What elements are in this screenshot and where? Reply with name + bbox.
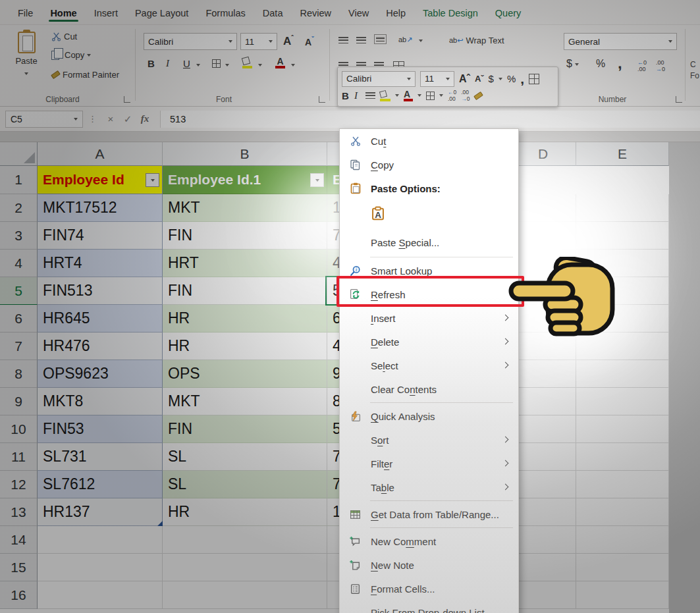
mini-italic-button[interactable]: I	[354, 90, 361, 101]
row-header-13[interactable]: 13	[0, 498, 38, 526]
menu-item-paste-options[interactable]: Paste Options:	[340, 176, 518, 200]
tab-home[interactable]: Home	[41, 2, 85, 23]
insert-function-icon[interactable]: fx	[136, 113, 153, 124]
format-table-icon[interactable]	[529, 74, 539, 84]
cell-A6[interactable]: HR645	[38, 305, 163, 333]
cell-B6[interactable]: HR	[163, 305, 327, 333]
cell-E10[interactable]	[576, 415, 669, 443]
table-resize-handle[interactable]	[157, 521, 163, 526]
comma-style-button[interactable]: ,	[618, 54, 622, 72]
paste-button[interactable]: Paste	[9, 30, 43, 78]
wrap-text-button[interactable]: ab↩ Wrap Text	[449, 36, 504, 45]
tab-query[interactable]: Query	[487, 2, 530, 23]
cell-A10[interactable]: FIN53	[38, 415, 163, 443]
cell-E2[interactable]	[576, 194, 669, 222]
menu-item-get-data-from-table-range[interactable]: Get Data from Table/Range...	[340, 502, 518, 526]
cell-A2[interactable]: MKT17512	[38, 194, 163, 222]
row-header-9[interactable]: 9	[0, 388, 38, 415]
cell-B5[interactable]: FIN	[163, 277, 327, 305]
mini-align-center-icon[interactable]	[365, 92, 375, 99]
font-size-combo[interactable]: 11	[240, 33, 277, 50]
cell-E14[interactable]	[576, 526, 669, 554]
menu-item-delete[interactable]: Delete	[340, 330, 518, 354]
cell-A8[interactable]: OPS9623	[38, 360, 163, 388]
chevron-down-icon[interactable]	[225, 64, 229, 67]
menu-item-quick-analysis[interactable]: Quick Analysis	[340, 404, 518, 428]
cut-button[interactable]: Cut	[51, 32, 77, 41]
copy-button[interactable]: Copy	[51, 50, 91, 60]
increase-decimal-button[interactable]: ←0.00	[637, 59, 647, 72]
row-header-12[interactable]: 12	[0, 471, 38, 498]
menu-item-copy[interactable]: Copy	[340, 153, 518, 176]
table-header-cell-A1[interactable]: Employee Id	[38, 166, 163, 194]
column-header-E[interactable]: E	[576, 142, 669, 166]
orientation-button[interactable]: ab↗	[398, 36, 412, 44]
chevron-down-icon[interactable]	[291, 64, 295, 67]
menu-item-new-note[interactable]: New Note	[340, 553, 518, 577]
cell-D13[interactable]	[510, 498, 576, 526]
decrease-decimal-button[interactable]: .00→0	[656, 59, 665, 72]
font-name-combo[interactable]: Calibri	[144, 33, 237, 50]
bold-button[interactable]: B	[148, 58, 155, 69]
menu-item-clear-contents[interactable]: Clear Contents	[340, 377, 518, 401]
cell-D15[interactable]	[510, 554, 576, 581]
menu-item-select[interactable]: Select	[340, 354, 518, 377]
mini-format-painter-icon[interactable]	[474, 92, 484, 100]
mini-shrink-font-button[interactable]: Aˇ	[475, 74, 484, 84]
chevron-down-icon[interactable]	[258, 64, 262, 67]
cell-A5[interactable]: FIN513	[38, 277, 163, 305]
cell-E6[interactable]	[576, 305, 669, 333]
cell-A3[interactable]: FIN74	[38, 222, 163, 250]
cell-D4[interactable]	[510, 250, 576, 277]
row-header-15[interactable]: 15	[0, 554, 38, 581]
tab-help[interactable]: Help	[377, 2, 414, 23]
column-header-A[interactable]: A	[38, 142, 163, 166]
chevron-down-icon[interactable]	[439, 94, 443, 97]
cell-B16[interactable]	[163, 581, 327, 609]
cell-A11[interactable]: SL731	[38, 443, 163, 471]
cell-B13[interactable]: HR	[163, 498, 327, 526]
cell-D7[interactable]	[510, 333, 576, 360]
menu-item-smart-lookup[interactable]: iSmart Lookup	[340, 259, 518, 282]
cell-B4[interactable]: HRT	[163, 250, 327, 277]
cell-B11[interactable]: SL	[163, 443, 327, 471]
menu-item-pick-from-drop-down-list[interactable]: Pick From Drop-down List...	[340, 600, 518, 613]
cell-A13[interactable]: HR137	[38, 498, 163, 526]
row-header-10[interactable]: 10	[0, 415, 38, 443]
menu-item-table[interactable]: Table	[340, 475, 518, 499]
borders-icon[interactable]	[212, 59, 221, 68]
cell-D9[interactable]	[510, 388, 576, 415]
tab-data[interactable]: Data	[254, 2, 292, 23]
chevron-down-icon[interactable]	[395, 94, 399, 97]
row-header-4[interactable]: 4	[0, 250, 38, 277]
underline-button[interactable]: U	[183, 58, 190, 69]
column-header-D[interactable]: D	[510, 142, 576, 166]
menu-item-format-cells[interactable]: Format Cells...	[340, 577, 518, 600]
tab-page-layout[interactable]: Page Layout	[126, 2, 197, 23]
cell-B10[interactable]: FIN	[163, 415, 327, 443]
tab-insert[interactable]: Insert	[86, 2, 126, 23]
filter-dropdown-button[interactable]	[146, 173, 159, 187]
cell-D12[interactable]	[510, 471, 576, 498]
cell-B8[interactable]: OPS	[163, 360, 327, 388]
menu-item-refresh[interactable]: Refresh	[340, 282, 518, 306]
number-dialog-launcher[interactable]	[676, 96, 682, 103]
cell-A15[interactable]	[38, 554, 163, 581]
row-header-5[interactable]: 5	[0, 277, 38, 305]
mini-comma-button[interactable]: ,	[520, 71, 524, 87]
chevron-down-icon[interactable]	[419, 40, 423, 42]
chevron-down-icon[interactable]	[498, 78, 502, 80]
mini-percent-button[interactable]: %	[507, 73, 516, 84]
tab-view[interactable]: View	[340, 2, 377, 23]
mini-borders-icon[interactable]	[426, 92, 435, 100]
name-box[interactable]: C5	[5, 111, 83, 128]
filter-dropdown-button[interactable]	[310, 173, 324, 187]
cell-D8[interactable]	[510, 360, 576, 388]
tab-file[interactable]: File	[9, 2, 41, 23]
cell-D5[interactable]	[510, 277, 576, 305]
row-header-3[interactable]: 3	[0, 222, 38, 250]
menu-item-paste-special[interactable]: Paste Special...	[340, 229, 518, 255]
cell-A4[interactable]: HRT4	[38, 250, 163, 277]
menu-item-insert[interactable]: Insert	[340, 306, 518, 330]
cell-D11[interactable]	[510, 443, 576, 471]
